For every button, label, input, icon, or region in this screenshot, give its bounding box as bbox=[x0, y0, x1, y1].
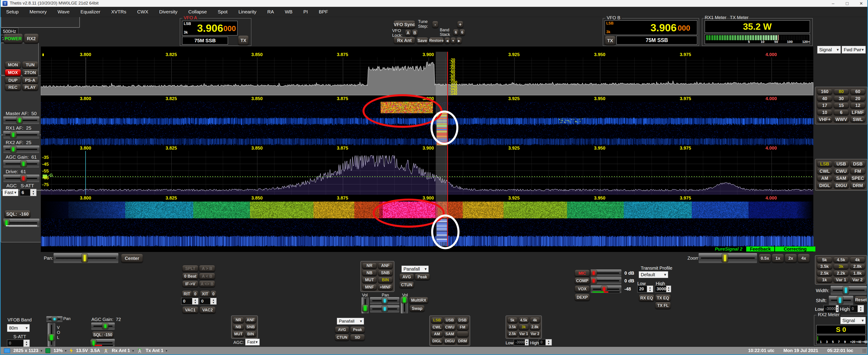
rx2-avg-button[interactable]: AVG bbox=[335, 326, 349, 333]
power-button[interactable]: POWER bbox=[3, 34, 23, 43]
master-af-slider-thumb[interactable] bbox=[16, 117, 23, 124]
filter-5k-button[interactable]: 5k bbox=[817, 257, 832, 263]
tx-low-spinner[interactable]: 20▲▼ bbox=[637, 286, 653, 292]
menu-item-equalizer[interactable]: Equalizer bbox=[75, 7, 106, 17]
filter-2-2k-button[interactable]: 2.2k bbox=[833, 270, 849, 276]
dup-button[interactable]: DUP bbox=[5, 77, 21, 84]
tx-panadapter[interactable]: -20-30-40-50-60-70-80-90-100-110-120-130… bbox=[41, 57, 813, 95]
rx2-meter-select[interactable]: Signal▾ bbox=[840, 317, 866, 324]
menu-item-cwx[interactable]: CWX bbox=[132, 7, 154, 17]
a-lt-b-button[interactable]: A < B bbox=[199, 273, 215, 279]
tx-high-spinner[interactable]: 3000▲▼ bbox=[655, 286, 671, 292]
mon-button[interactable]: MON bbox=[5, 61, 21, 68]
rx2-mode-dsb-button[interactable]: DSB bbox=[457, 317, 469, 323]
band-30-button[interactable]: 30 bbox=[834, 96, 849, 102]
rx1-panadapter[interactable]: -G-35-45-55-65-75 bbox=[41, 151, 813, 195]
band-next-button[interactable]: ▶ bbox=[456, 37, 462, 44]
rx2-filter-4k-button[interactable]: 4k bbox=[530, 317, 540, 323]
rx2-mode-usb-button[interactable]: USB bbox=[444, 317, 456, 323]
splt-button[interactable]: SPLT bbox=[182, 265, 198, 272]
rx1-dsp-anf-button[interactable]: ANF bbox=[378, 263, 393, 269]
rx2-mode-cwl-button[interactable]: CWL bbox=[431, 324, 443, 330]
comp-slider[interactable] bbox=[590, 277, 622, 285]
vac2-button[interactable]: VAC2 bbox=[199, 306, 216, 314]
rx2-high-spinner[interactable]: 0▲▼ bbox=[539, 339, 552, 346]
rx2-dsp-snb-button[interactable]: SNB bbox=[245, 324, 256, 330]
rx2-dsp-mut-button[interactable]: MUT bbox=[233, 331, 244, 337]
mode-digl-button[interactable]: DIGL bbox=[817, 182, 832, 188]
a-swap-b-button[interactable]: A <> B bbox=[199, 280, 215, 287]
rx2-dsp-anf-button[interactable]: ANF bbox=[245, 317, 256, 323]
tx-meter-select[interactable]: Fwd Pwr▾ bbox=[842, 46, 866, 54]
zoom-slider-thumb[interactable] bbox=[722, 254, 728, 263]
rx1-vol2-slider-thumb[interactable] bbox=[401, 296, 408, 303]
menu-item-wb[interactable]: WB bbox=[279, 7, 298, 17]
band-down-button[interactable]: ▼ bbox=[450, 37, 456, 44]
tune-step-minus-button[interactable]: - bbox=[432, 21, 438, 28]
2ton-button[interactable]: 2TON bbox=[22, 69, 38, 76]
tx-low-spinner-arrows[interactable]: ▲▼ bbox=[647, 286, 653, 292]
ps-a-button[interactable]: PS-A bbox=[22, 77, 38, 84]
shift-slider[interactable] bbox=[829, 296, 854, 305]
rx2-low-spinner-arrows[interactable]: ▲▼ bbox=[525, 339, 528, 345]
pan-slider[interactable] bbox=[53, 253, 119, 263]
vfob-band-select[interactable]: 80m▾ bbox=[7, 324, 30, 332]
vox-button[interactable]: VOX bbox=[575, 286, 590, 292]
rx1-pan-slider-b-thumb[interactable] bbox=[381, 306, 388, 312]
band-40-button[interactable]: 40 bbox=[817, 96, 832, 102]
rx2-mode-lsb-button[interactable]: LSB bbox=[431, 317, 443, 323]
rx2-mode-am-button[interactable]: AM bbox=[431, 331, 443, 337]
rx2-mode-digu-button[interactable]: DIGU bbox=[444, 338, 456, 344]
rx2-af-slider[interactable] bbox=[3, 145, 40, 153]
rx2-mode-cwu-button[interactable]: CWU bbox=[444, 324, 456, 330]
mox-button[interactable]: MOX bbox=[5, 69, 21, 76]
vfo-a-frequency-display[interactable]: LSB3k3.906000 bbox=[182, 21, 238, 35]
rx2-peak-button[interactable]: Peak bbox=[350, 326, 365, 333]
tune-step-plus-button[interactable]: + bbox=[457, 21, 463, 28]
band-60-button[interactable]: 60 bbox=[850, 89, 866, 95]
high-spinner-arrows[interactable]: ▲▼ bbox=[858, 305, 864, 312]
vfo-lock-b-button[interactable]: B bbox=[412, 30, 418, 36]
rec-button[interactable]: REC bbox=[5, 84, 21, 91]
rx1-dsp-+mnf-button[interactable]: +MNF bbox=[378, 284, 393, 291]
rx2-pan-slider[interactable] bbox=[46, 316, 63, 322]
menu-item-xvtrs[interactable]: XVTRs bbox=[106, 7, 132, 17]
vfo-b-band-mode-display[interactable]: 75M SSB bbox=[617, 36, 697, 45]
width-slider[interactable] bbox=[830, 286, 867, 295]
rx1-dsp-bin-button[interactable]: BIN bbox=[378, 277, 393, 283]
mode-drm-button[interactable]: DRM bbox=[850, 182, 866, 188]
rx-ant-button[interactable]: Rx Ant bbox=[394, 37, 415, 44]
master-af-slider[interactable] bbox=[3, 116, 40, 124]
filter-3k-button[interactable]: 3k bbox=[833, 264, 849, 270]
rx2-high-spinner-arrows[interactable]: ▲▼ bbox=[546, 339, 552, 345]
rx1-dsp-snb-button[interactable]: SNB bbox=[378, 270, 393, 276]
rit-button[interactable]: RIT bbox=[182, 291, 192, 297]
mode-cwu-button[interactable]: CWU bbox=[834, 168, 849, 174]
rx2-mode-digl-button[interactable]: DIGL bbox=[431, 338, 443, 344]
vfo-sync-button[interactable]: VFO Sync bbox=[394, 21, 415, 29]
minimize-button[interactable]: – bbox=[826, 0, 840, 7]
rx2-filter-4-5k-button[interactable]: 4.5k bbox=[519, 317, 529, 323]
band-stack-1-button[interactable]: 6 bbox=[453, 29, 459, 36]
rx2-mode-drm-button[interactable]: DRM bbox=[457, 338, 469, 344]
mic-gain-slider-thumb[interactable] bbox=[590, 270, 597, 276]
vfo-b-tx-button[interactable]: TX bbox=[605, 36, 616, 46]
rit-zero-button[interactable]: 0 bbox=[192, 291, 198, 297]
zero-beat-button[interactable]: 0 Beat bbox=[182, 273, 198, 279]
rx1-af-slider[interactable] bbox=[3, 131, 40, 139]
tx-eq-button[interactable]: TX EQ bbox=[655, 294, 671, 302]
mode-digu-button[interactable]: DIGU bbox=[834, 182, 849, 188]
agc-gain-slider[interactable] bbox=[3, 160, 40, 168]
rx2-mode-fm-button[interactable]: FM bbox=[457, 324, 469, 330]
rx2-dsp-nr-button[interactable]: NR bbox=[233, 317, 244, 323]
mic-gain-slider[interactable] bbox=[590, 269, 622, 277]
band-20-button[interactable]: 20 bbox=[850, 96, 866, 102]
multirx-button[interactable]: MultiRX bbox=[409, 297, 429, 304]
low-spinner-arrows[interactable]: ▲▼ bbox=[836, 305, 838, 312]
dexp-button[interactable]: DEXP bbox=[575, 294, 590, 301]
filter-3-5k-button[interactable]: 3.5k bbox=[817, 264, 832, 270]
mode-lsb-button[interactable]: LSB bbox=[817, 161, 832, 167]
filter-1k-button[interactable]: 1k bbox=[817, 277, 832, 283]
mode-fm-button[interactable]: FM bbox=[850, 168, 866, 174]
band-prev-button[interactable]: ◀ bbox=[444, 37, 450, 44]
